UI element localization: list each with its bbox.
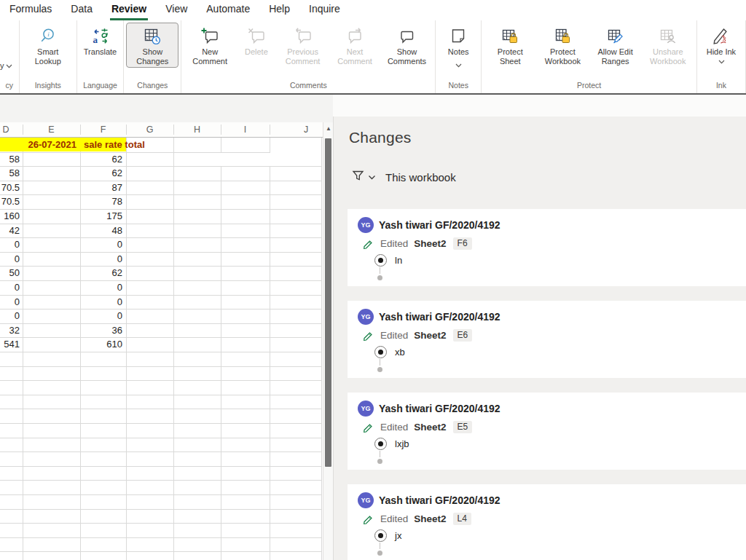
cell-value-D[interactable]: 70.5 bbox=[0, 194, 20, 208]
change-card[interactable]: YGYash tiwari GF/2020/4192EditedSheet2L4… bbox=[348, 484, 746, 560]
column-header-H[interactable]: H bbox=[194, 122, 200, 137]
cell-value-D[interactable]: 58 bbox=[0, 166, 20, 180]
protect-workbook-icon bbox=[553, 25, 572, 47]
show-comments-button[interactable]: Show Comments bbox=[381, 23, 433, 68]
cell-value-F[interactable]: 175 bbox=[80, 209, 122, 223]
cell-value-F[interactable]: 0 bbox=[80, 237, 122, 251]
cell-value-F[interactable]: 610 bbox=[80, 337, 122, 351]
cell-value-D[interactable]: 0 bbox=[0, 237, 20, 251]
column-header-E[interactable]: E bbox=[48, 122, 54, 137]
notes-button[interactable]: Notes bbox=[438, 23, 479, 72]
svg-text:i: i bbox=[47, 31, 50, 38]
white-filled-cells[interactable] bbox=[174, 153, 321, 166]
cell-value-F[interactable]: 62 bbox=[80, 152, 122, 166]
tab-formulas[interactable]: Formulas bbox=[0, 0, 61, 20]
cell-value-F[interactable]: 36 bbox=[80, 323, 122, 337]
cell-value-D[interactable]: 541 bbox=[0, 337, 20, 351]
author-name: Yash tiwari GF/2020/4192 bbox=[379, 494, 500, 506]
tab-data[interactable]: Data bbox=[61, 0, 102, 20]
cell-value-D[interactable]: 0 bbox=[0, 280, 20, 294]
edit-summary: EditedSheet2E6 bbox=[363, 329, 472, 342]
gridline bbox=[0, 280, 322, 281]
filter-control[interactable]: This workbook bbox=[352, 170, 456, 184]
value-row: xb bbox=[374, 346, 405, 358]
cell-value-D[interactable]: 0 bbox=[0, 295, 20, 309]
smart-lookup-button[interactable]: iSmart Lookup bbox=[22, 23, 74, 68]
cell-reference-badge[interactable]: L4 bbox=[453, 513, 471, 525]
cell-value-D[interactable]: 0 bbox=[0, 309, 20, 323]
tab-automate[interactable]: Automate bbox=[197, 0, 259, 20]
ribbon-button-label: Hide Ink bbox=[704, 47, 739, 66]
cell-value-D[interactable]: 50 bbox=[0, 266, 20, 280]
column-header-I[interactable]: I bbox=[244, 122, 246, 137]
show-changes-button[interactable]: Show Changes bbox=[126, 23, 178, 68]
gridline bbox=[0, 323, 322, 324]
new-comment-button[interactable]: New Comment bbox=[184, 23, 235, 68]
edited-value: ln bbox=[395, 255, 402, 266]
gridline bbox=[321, 138, 322, 560]
cell-value-F[interactable]: 0 bbox=[80, 295, 122, 309]
ribbon-group-label: Ink bbox=[699, 79, 743, 93]
tab-inquire[interactable]: Inquire bbox=[299, 0, 350, 20]
cell-value-F[interactable]: 78 bbox=[80, 194, 122, 208]
allow-edit-ranges-button[interactable]: Allow Edit Ranges bbox=[589, 23, 642, 68]
ribbon-group-label: Changes bbox=[126, 79, 178, 93]
change-card[interactable]: YGYash tiwari GF/2020/4192EditedSheet2E5… bbox=[348, 393, 746, 470]
ribbon-button-label: Translate bbox=[84, 47, 117, 57]
value-row: lxjb bbox=[374, 438, 409, 450]
column-header-D[interactable]: D bbox=[2, 122, 9, 137]
scrollbar-thumb[interactable] bbox=[325, 138, 331, 467]
delete-comment-button: Delete bbox=[236, 23, 277, 58]
clipped-ribbon-button[interactable]: y bbox=[0, 20, 19, 79]
cell-sale-rate-total[interactable]: sale rate total bbox=[84, 138, 145, 151]
cell-value-F[interactable]: 62 bbox=[80, 166, 122, 180]
cell-value-D[interactable]: 70.5 bbox=[0, 181, 20, 194]
cell-reference-badge[interactable]: E6 bbox=[453, 329, 473, 342]
tab-label: Review bbox=[110, 1, 148, 20]
change-card[interactable]: YGYash tiwari GF/2020/4192EditedSheet2F6… bbox=[348, 209, 746, 286]
gridline bbox=[0, 194, 322, 195]
protect-workbook-button[interactable]: Protect Workbook bbox=[536, 23, 589, 68]
tab-review[interactable]: Review bbox=[102, 0, 156, 20]
tab-label: Formulas bbox=[8, 1, 53, 20]
translate-button[interactable]: aTranslate bbox=[79, 23, 121, 58]
cell-reference-badge[interactable]: E5 bbox=[453, 421, 473, 433]
cell-value-F[interactable]: 48 bbox=[80, 224, 122, 237]
ribbon-group-label: Protect bbox=[484, 79, 694, 93]
edit-summary: EditedSheet2L4 bbox=[363, 513, 471, 525]
cell-reference-badge[interactable]: F6 bbox=[453, 237, 472, 250]
column-header-J[interactable]: J bbox=[304, 122, 308, 137]
gridline bbox=[221, 138, 221, 560]
cell-value-D[interactable]: 32 bbox=[0, 323, 20, 337]
column-headers[interactable]: DEFGHIJ bbox=[0, 122, 323, 138]
filter-icon[interactable] bbox=[352, 170, 364, 184]
cell-value-F[interactable]: 0 bbox=[80, 280, 122, 294]
scroll-up-arrow-icon[interactable]: ▲ bbox=[323, 126, 334, 132]
spreadsheet-grid[interactable]: 26-07-2021sale rate total5862586270.5877… bbox=[0, 138, 323, 560]
avatar: YG bbox=[358, 492, 374, 508]
previous-value-dot-icon bbox=[377, 459, 382, 464]
edit-summary: EditedSheet2E5 bbox=[363, 421, 472, 433]
column-header-G[interactable]: G bbox=[146, 122, 154, 137]
tab-help[interactable]: Help bbox=[259, 0, 299, 20]
cell-value-F[interactable]: 62 bbox=[80, 266, 122, 280]
cell-value-F[interactable]: 87 bbox=[80, 181, 122, 194]
column-header-F[interactable]: F bbox=[101, 122, 106, 137]
chevron-down-icon bbox=[6, 61, 12, 70]
change-card[interactable]: YGYash tiwari GF/2020/4192EditedSheet2E6… bbox=[348, 301, 746, 378]
cell-value-F[interactable]: 0 bbox=[80, 309, 122, 323]
ribbon: y cy iSmart LookupInsightsaTranslateLang… bbox=[0, 20, 746, 93]
protect-sheet-button[interactable]: Protect Sheet bbox=[484, 23, 536, 68]
cell-value-D[interactable]: 160 bbox=[0, 209, 20, 223]
edited-value: jx bbox=[395, 530, 401, 541]
hide-ink-button[interactable]: Hide Ink bbox=[699, 23, 743, 68]
smart-lookup-icon: i bbox=[39, 25, 58, 47]
vertical-scrollbar[interactable]: ▲ bbox=[323, 122, 334, 560]
tab-view[interactable]: View bbox=[156, 0, 197, 20]
cell-value-F[interactable]: 0 bbox=[80, 252, 122, 266]
cell-value-D[interactable]: 42 bbox=[0, 224, 20, 237]
chevron-down-icon[interactable] bbox=[368, 175, 376, 180]
cell-date[interactable]: 26-07-2021 bbox=[23, 138, 76, 151]
cell-value-D[interactable]: 0 bbox=[0, 252, 20, 266]
cell-value-D[interactable]: 58 bbox=[0, 152, 20, 166]
